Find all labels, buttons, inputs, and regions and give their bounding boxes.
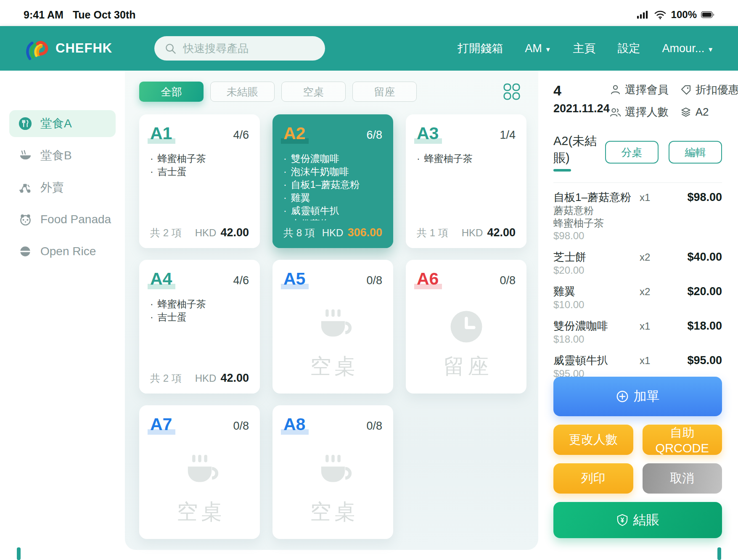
filter-tab-all[interactable]: 全部: [139, 82, 204, 102]
order-item[interactable]: 雙份濃咖啡x1$18.00$18.00: [553, 315, 722, 349]
table-id: A2: [281, 124, 309, 144]
status-date: Tue Oct 30th: [73, 9, 136, 21]
member-icon: [610, 84, 621, 95]
nav-label: 主頁: [573, 41, 596, 56]
sidebar-item-label: Open Rice: [40, 245, 96, 258]
chevron-down-icon: ▼: [545, 46, 551, 53]
panel-link-select-guests[interactable]: 選擇人數: [610, 105, 669, 119]
brand-logo-icon: [24, 36, 52, 61]
cancel-button[interactable]: 取消: [643, 463, 722, 494]
order-id-block: 4 2021.11.24: [553, 82, 610, 119]
nav-label: 打開錢箱: [458, 41, 503, 56]
order-item[interactable]: 自板1–蘑菇意粉x1$98.00蘑菇意粉蜂蜜柚子茶$98.00: [553, 186, 722, 246]
split-table-button[interactable]: 分桌: [605, 141, 659, 164]
table-item-count: 共 2 項: [150, 226, 182, 240]
sidebar-item-dine-in-a[interactable]: 堂食A: [9, 110, 116, 137]
table-map: 全部未結賬空桌留座 A14/6·蜂蜜柚子茶·吉士蛋共 2 項HKD42.00A2…: [125, 71, 538, 550]
content: 堂食A堂食B外賣Food PanadaOpen Rice 全部未結賬空桌留座 A…: [0, 71, 738, 550]
nav-home[interactable]: 主頁: [573, 41, 596, 56]
table-label: A2(未結賬): [553, 133, 605, 172]
nav-shift-am[interactable]: AM▼: [525, 42, 551, 55]
checkout-button[interactable]: 結賬: [553, 502, 722, 538]
panel-link-label: 選擇會員: [625, 82, 669, 97]
filter-tab-reserved[interactable]: 留座: [352, 82, 417, 102]
order-info: 4 2021.11.24 選擇會員折扣優惠選擇人數A2: [553, 82, 722, 119]
table-card-A4[interactable]: A44/6·蜂蜜柚子茶·吉士蛋共 2 項HKD42.00: [139, 260, 260, 394]
table-card-A5[interactable]: A50/8空桌: [272, 260, 393, 394]
pos-screen: 9:41 AM Tue Oct 30th 100% CHEFHK 打開錢箱AM▼…: [0, 0, 738, 560]
order-item-name: 雞翼: [553, 284, 640, 298]
nav-account[interactable]: Amour...▼: [662, 42, 714, 55]
dine-b-icon: [19, 149, 32, 162]
panda-icon: [19, 213, 32, 226]
table-order-preview: ·蜂蜜柚子茶·吉士蛋: [150, 152, 249, 231]
order-item-total: $18.00: [675, 320, 722, 333]
nav-open-cash-drawer[interactable]: 打開錢箱: [458, 41, 503, 56]
self-qrcode-button[interactable]: 自助QRCODE: [643, 425, 722, 455]
order-panel: 4 2021.11.24 選擇會員折扣優惠選擇人數A2 A2(未結賬) 分桌 編…: [538, 71, 738, 550]
change-guests-button[interactable]: 更改人數: [553, 425, 633, 455]
preview-item: ·雞翼: [283, 191, 382, 204]
table-card-A6[interactable]: A60/8留座: [406, 260, 526, 394]
panel-link-label: 選擇人數: [625, 105, 669, 119]
filter-tab-empty-tables[interactable]: 空桌: [281, 82, 346, 102]
table-occupancy: 1/4: [500, 129, 516, 142]
sidebar-item-takeaway[interactable]: 外賣: [9, 174, 116, 201]
search-box[interactable]: [154, 36, 325, 61]
sidebar-item-dine-in-b[interactable]: 堂食B: [9, 142, 116, 169]
table-card-A7[interactable]: A70/8空桌: [139, 405, 260, 539]
order-item-total: $20.00: [675, 285, 722, 298]
order-quick-links: 選擇會員折扣優惠選擇人數A2: [610, 82, 738, 119]
table-card-A1[interactable]: A14/6·蜂蜜柚子茶·吉士蛋共 2 項HKD42.00: [139, 114, 260, 248]
order-item-unit-price: $20.00: [553, 264, 722, 277]
nav-settings[interactable]: 設定: [618, 41, 640, 56]
preview-item: ·吉士蛋: [150, 165, 249, 178]
table-card-footer: 共 2 項HKD42.00: [139, 220, 260, 248]
search-input[interactable]: [182, 42, 319, 55]
order-item-qty: x1: [640, 355, 675, 367]
table-state-label: 留座: [440, 352, 492, 380]
filter-bar: 全部未結賬空桌留座: [139, 82, 526, 102]
preview-item: ·蜂蜜柚子茶: [150, 152, 249, 165]
table-order-preview: ·蜂蜜柚子茶: [417, 152, 516, 231]
order-item-modifier: 蘑菇意粉: [553, 204, 722, 217]
table-state: 空桌: [283, 452, 382, 526]
order-item[interactable]: 芝士餅x2$40.00$20.00: [553, 246, 722, 280]
table-buttons: 分桌 編輯: [605, 141, 722, 164]
sidebar-item-open-rice[interactable]: Open Rice: [9, 238, 116, 265]
table-id: A3: [414, 124, 442, 144]
order-item-qty: x1: [640, 320, 675, 332]
order-item-modifier: 蜂蜜柚子茶: [553, 217, 722, 230]
table-label-text: A2(未結賬): [553, 134, 597, 164]
preview-item: ·蜂蜜柚子茶: [150, 298, 249, 311]
table-id: A7: [148, 415, 175, 435]
table-card-A3[interactable]: A31/4·蜂蜜柚子茶共 1 項HKD42.00: [406, 114, 526, 248]
table-card-footer: 共 1 項HKD42.00: [406, 220, 526, 248]
add-order-button[interactable]: 加單: [553, 377, 722, 416]
table-card-A8[interactable]: A80/8空桌: [272, 405, 393, 539]
panel-link-select-member[interactable]: 選擇會員: [610, 82, 669, 97]
table-state: 留座: [417, 307, 516, 380]
battery-percent: 100%: [671, 9, 697, 21]
table-order-preview: ·雙份濃咖啡·泡沫牛奶咖啡·自板1–蘑菇意粉·雞翼·威靈頓牛扒·大份薯條·茄汁蘑…: [283, 152, 382, 231]
layout-grid-icon[interactable]: [503, 83, 521, 100]
table-occupancy: 0/8: [500, 274, 516, 287]
search-icon: [164, 42, 177, 55]
add-order-label: 加單: [634, 388, 660, 405]
panel-link-table-ref[interactable]: A2: [680, 105, 738, 119]
table-order-preview: ·蜂蜜柚子茶·吉士蛋: [150, 298, 249, 377]
order-item[interactable]: 雞翼x2$20.00$10.00: [553, 280, 722, 315]
table-total: HKD42.00: [195, 226, 249, 239]
edit-order-button[interactable]: 編輯: [669, 141, 722, 164]
table-card-A2[interactable]: A26/8·雙份濃咖啡·泡沫牛奶咖啡·自板1–蘑菇意粉·雞翼·威靈頓牛扒·大份薯…: [272, 114, 393, 248]
sidebar-item-food-panada[interactable]: Food Panada: [9, 206, 116, 233]
cup-icon: [313, 307, 353, 346]
edge-strip-left: [17, 547, 21, 560]
print-button[interactable]: 列印: [553, 463, 633, 494]
order-item-name: 雙份濃咖啡: [553, 319, 640, 333]
panel-link-discount[interactable]: 折扣優惠: [680, 82, 738, 97]
filter-tab-unsettled[interactable]: 未結賬: [210, 82, 275, 102]
order-item-qty: x1: [640, 192, 675, 203]
brand[interactable]: CHEFHK: [24, 36, 112, 61]
table-id: A4: [148, 270, 175, 289]
